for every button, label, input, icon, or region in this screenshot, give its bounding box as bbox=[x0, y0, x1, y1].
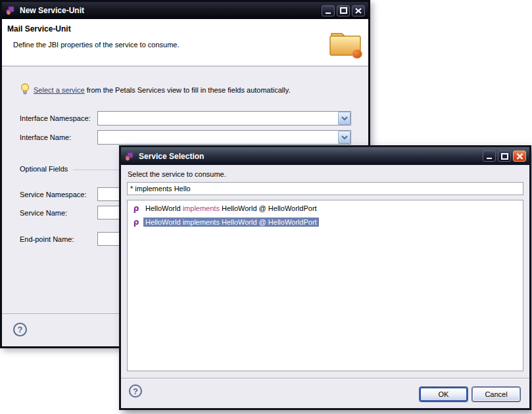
help-button[interactable]: ? bbox=[129, 384, 142, 398]
service-selection-dialog: Service Selection Select the service to … bbox=[119, 145, 531, 410]
list-item-selected[interactable]: ρ HelloWorld implements HelloWorld @ Hel… bbox=[128, 216, 523, 228]
back-titlebar[interactable]: New Service-Unit bbox=[2, 2, 368, 19]
select-a-service-link[interactable]: Select a service bbox=[34, 86, 85, 94]
interface-name-label: Interface Name: bbox=[20, 133, 71, 141]
hint-rest: from the Petals Services view to fill in… bbox=[85, 86, 291, 94]
optional-fields-label: Optional Fields bbox=[20, 165, 68, 173]
interface-namespace-combo[interactable] bbox=[97, 111, 351, 126]
interface-namespace-label: Interface Namespace: bbox=[20, 114, 91, 122]
wizard-page-title: Mail Service-Unit bbox=[7, 24, 71, 34]
front-titlebar[interactable]: Service Selection bbox=[121, 147, 529, 165]
close-icon[interactable] bbox=[513, 150, 526, 162]
minimize-button[interactable] bbox=[322, 5, 335, 16]
maximize-button[interactable] bbox=[498, 150, 511, 162]
service-name-label: Service Name: bbox=[20, 209, 67, 217]
hint-row: Select a service from the Petals Service… bbox=[20, 83, 290, 97]
service-entry-text: HelloWorld implements HelloWorld @ Hello… bbox=[143, 204, 319, 213]
dialog-app-icon bbox=[5, 5, 16, 16]
cancel-button[interactable]: Cancel bbox=[472, 387, 520, 402]
service-icon: ρ bbox=[132, 218, 141, 227]
footer-separator bbox=[121, 378, 529, 379]
dialog-app-icon bbox=[124, 151, 135, 162]
lightbulb-icon bbox=[20, 83, 30, 97]
interface-name-combo[interactable] bbox=[97, 130, 351, 145]
close-icon[interactable] bbox=[352, 5, 365, 16]
service-namespace-label: Service Namespace: bbox=[20, 191, 87, 198]
list-item[interactable]: ρ HelloWorld implements HelloWorld @ Hel… bbox=[128, 202, 523, 214]
front-window-controls bbox=[483, 150, 526, 162]
dialog-prompt: Select the service to consume. bbox=[128, 170, 226, 178]
wizard-page-description: Define the JBI properties of the service… bbox=[13, 41, 180, 49]
chevron-down-icon[interactable] bbox=[338, 131, 351, 144]
service-entry-text: HelloWorld implements HelloWorld @ Hello… bbox=[143, 218, 319, 227]
service-filter-input[interactable] bbox=[127, 182, 523, 195]
service-list[interactable]: ρ HelloWorld implements HelloWorld @ Hel… bbox=[127, 200, 523, 371]
folder-icon bbox=[327, 26, 363, 61]
endpoint-name-label: End-point Name: bbox=[20, 235, 74, 243]
hint-text: Select a service from the Petals Service… bbox=[34, 86, 290, 94]
minimize-button[interactable] bbox=[483, 150, 496, 162]
wizard-header: Mail Service-Unit Define the JBI propert… bbox=[2, 19, 368, 66]
front-window-title: Service Selection bbox=[139, 152, 479, 161]
chevron-down-icon[interactable] bbox=[338, 112, 351, 125]
maximize-button[interactable] bbox=[337, 5, 350, 16]
service-icon: ρ bbox=[132, 204, 141, 213]
back-window-controls bbox=[322, 5, 365, 16]
back-window-title: New Service-Unit bbox=[20, 6, 318, 15]
help-button[interactable]: ? bbox=[13, 323, 27, 336]
ok-button[interactable]: OK bbox=[420, 387, 468, 402]
